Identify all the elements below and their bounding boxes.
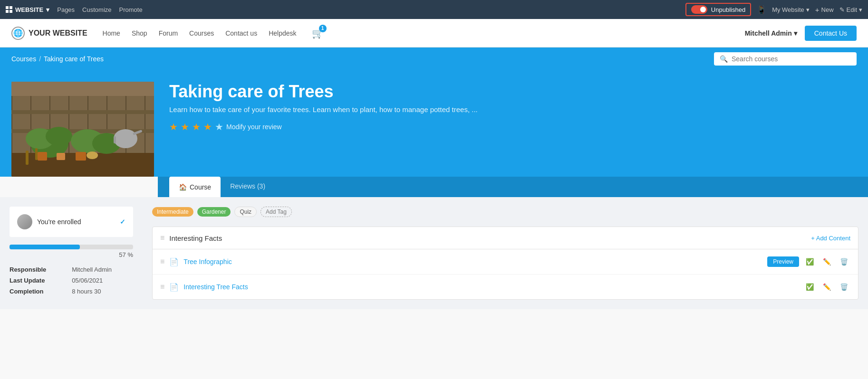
admin-nav-promote[interactable]: Promote: [119, 6, 143, 13]
check-action-button[interactable]: ✅: [803, 255, 816, 268]
unpublished-label: Unpublished: [711, 6, 745, 13]
tag-quiz[interactable]: Quiz: [234, 207, 257, 217]
admin-nav-pages[interactable]: Pages: [57, 6, 75, 13]
main-content: You're enrolled ✓ 57 % Responsible Mitch…: [0, 197, 868, 309]
tag-intermediate[interactable]: Intermediate: [152, 207, 193, 217]
publish-toggle[interactable]: [691, 5, 707, 14]
content-row-right: Preview ✅ ✏️ 🗑️: [767, 255, 850, 268]
progress-bar-background: [10, 245, 133, 249]
star-2: ★: [181, 121, 189, 133]
preview-button[interactable]: Preview: [767, 256, 799, 267]
svg-rect-19: [57, 153, 65, 160]
website-dropdown-icon: ▾: [46, 6, 49, 13]
meta-row-completion: Completion 8 hours 30: [10, 286, 133, 297]
svg-point-26: [87, 152, 98, 159]
row-drag-handle[interactable]: ≡: [160, 257, 164, 266]
content-row-2-right: ✅ ✏️ 🗑️: [803, 280, 850, 294]
edit-action-button-2[interactable]: ✏️: [820, 280, 833, 294]
nav-home[interactable]: Home: [103, 29, 120, 37]
section-drag-handle[interactable]: ≡: [160, 234, 164, 242]
search-input[interactable]: [732, 55, 851, 63]
breadcrumb-courses[interactable]: Courses: [11, 55, 36, 63]
nav-helpdesk[interactable]: Helpdesk: [269, 29, 296, 37]
new-label: New: [821, 6, 834, 13]
edit-button[interactable]: ✎ Edit ▾: [839, 6, 862, 13]
star-3: ★: [192, 121, 201, 133]
content-link-interesting-facts[interactable]: Interesting Tree Facts: [183, 283, 248, 291]
meta-row-responsible: Responsible Mitchell Admin: [10, 264, 133, 275]
website-logo[interactable]: WEBSITE ▾: [6, 6, 49, 13]
content-row-2-left: ≡ 📄 Interesting Tree Facts: [160, 283, 798, 292]
nav-shop[interactable]: Shop: [132, 29, 147, 37]
search-icon: 🔍: [720, 55, 728, 63]
content-row: ≡ 📄 Tree Infographic Preview ✅ ✏️ 🗑️: [153, 249, 858, 275]
user-label: Mitchell Admin: [745, 29, 792, 37]
meta-row-lastupdate: Last Update 05/06/2021: [10, 275, 133, 286]
sidebar: You're enrolled ✓ 57 % Responsible Mitch…: [0, 197, 143, 309]
course-tab-icon: 🏠: [179, 183, 187, 191]
admin-nav-customize[interactable]: Customize: [82, 6, 111, 13]
reviews-tab-label: Reviews (3): [230, 182, 265, 190]
tab-course[interactable]: 🏠 Course: [169, 177, 221, 197]
add-content-button[interactable]: + Add Content: [811, 235, 850, 242]
admin-bar: WEBSITE ▾ Pages Customize Promote Unpubl…: [0, 0, 868, 19]
star-5: ★: [215, 121, 223, 133]
modify-review-link[interactable]: Modify your review: [226, 123, 282, 131]
svg-rect-10: [11, 110, 154, 114]
delete-action-button-2[interactable]: 🗑️: [837, 280, 850, 294]
enrolled-check-icon: ✓: [120, 218, 125, 226]
course-tab-label: Course: [190, 183, 211, 191]
section-header-left: ≡ Interesting Facts: [160, 234, 222, 242]
content-row-2: ≡ 📄 Interesting Tree Facts ✅ ✏️ 🗑️: [153, 275, 858, 299]
unpublished-toggle-container: Unpublished: [685, 3, 751, 16]
mobile-preview-icon[interactable]: 📱: [757, 5, 766, 14]
tab-reviews[interactable]: Reviews (3): [221, 177, 275, 197]
content-section: ≡ Interesting Facts + Add Content ≡ 📄 Tr…: [152, 227, 858, 300]
add-tag-button[interactable]: Add Tag: [260, 207, 292, 217]
tag-gardener[interactable]: Gardener: [197, 207, 231, 217]
website-label: WEBSITE: [15, 6, 43, 13]
hero-content: Taking care of Trees Learn how to take c…: [169, 82, 857, 133]
breadcrumb: Courses / Taking care of Trees: [11, 55, 104, 63]
delete-action-button[interactable]: 🗑️: [837, 255, 850, 268]
enrolled-box: You're enrolled ✓: [10, 207, 133, 237]
my-website-dropdown-icon: ▾: [806, 6, 810, 13]
svg-rect-23: [114, 136, 116, 143]
stars-area: ★ ★ ★ ★ ★ Modify your review: [169, 121, 857, 133]
new-button[interactable]: + New: [815, 6, 834, 14]
avatar: [17, 214, 32, 229]
globe-icon: 🌐: [11, 27, 25, 40]
edit-action-button[interactable]: ✏️: [820, 255, 833, 268]
responsible-label: Responsible: [10, 264, 72, 275]
star-1: ★: [169, 121, 178, 133]
edit-dropdown-icon: ▾: [859, 6, 862, 13]
nav-forum[interactable]: Forum: [159, 29, 178, 37]
user-dropdown[interactable]: Mitchell Admin ▾: [745, 29, 797, 37]
site-logo-text: YOUR WEBSITE: [29, 29, 87, 38]
responsible-value: Mitchell Admin: [72, 264, 133, 275]
edit-pencil-icon: ✎: [839, 6, 845, 13]
course-image-svg: [11, 82, 154, 177]
contact-us-button[interactable]: Contact Us: [805, 26, 857, 41]
check-action-button-2[interactable]: ✅: [803, 280, 816, 294]
nav-courses[interactable]: Courses: [189, 29, 214, 37]
cart-badge: 1: [319, 25, 327, 32]
my-website-button[interactable]: My Website ▾: [772, 6, 810, 13]
progress-bar-fill: [10, 245, 80, 249]
new-plus-icon: +: [815, 6, 820, 14]
row-2-drag-handle[interactable]: ≡: [160, 283, 164, 291]
site-logo: 🌐 YOUR WEBSITE: [11, 27, 87, 40]
nav-contact-us[interactable]: Contact us: [225, 29, 257, 37]
svg-point-21: [114, 129, 137, 148]
course-title: Taking care of Trees: [169, 82, 857, 102]
course-image: [11, 82, 154, 177]
doc-icon: 📄: [169, 257, 179, 266]
cart-area[interactable]: 🛒 1: [312, 28, 324, 39]
content-link-tree-infographic[interactable]: Tree Infographic: [183, 258, 231, 265]
tags-row: Intermediate Gardener Quiz Add Tag: [152, 207, 858, 217]
site-nav: 🌐 YOUR WEBSITE Home Shop Forum Courses C…: [0, 19, 868, 47]
site-nav-right: Mitchell Admin ▾ Contact Us: [745, 26, 857, 41]
progress-container: 57 %: [10, 245, 133, 258]
my-website-label: My Website: [772, 6, 804, 13]
doc-icon-2: 📄: [169, 283, 179, 292]
